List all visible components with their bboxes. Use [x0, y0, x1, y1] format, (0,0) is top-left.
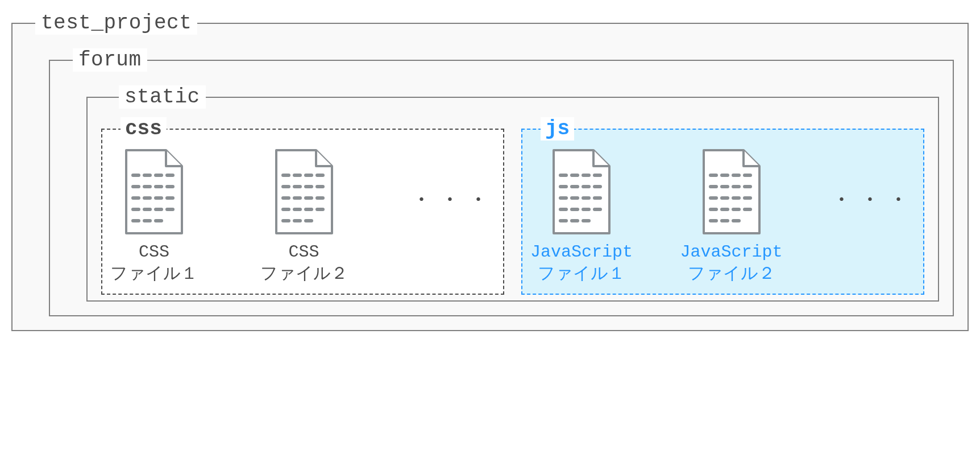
css-folder: css CSS ファイル１	[101, 129, 504, 295]
static-label: static	[119, 85, 206, 109]
file-icon	[680, 147, 783, 238]
file-icon	[530, 147, 633, 238]
js-folder: js JavaScript ファイル１	[521, 129, 924, 295]
file-name-line2: ファイル１	[110, 265, 198, 284]
project-folder: test_project forum static css CSS	[11, 23, 969, 331]
css-file-2: CSS ファイル２	[260, 147, 348, 286]
css-folder-label: css	[121, 117, 167, 141]
forum-label: forum	[73, 48, 147, 72]
file-name-line1: JavaScript	[680, 242, 783, 262]
file-name-line2: ファイル２	[260, 265, 348, 284]
file-icon	[260, 147, 348, 238]
forum-folder: forum static css CSS ファイル１	[49, 60, 954, 316]
js-folder-label: js	[541, 117, 574, 141]
project-label: test_project	[35, 11, 197, 35]
file-name-line1: CSS	[288, 242, 319, 262]
css-ellipsis: ・・・	[410, 184, 495, 249]
js-file-1: JavaScript ファイル１	[530, 147, 633, 286]
static-folder: static css CSS ファイル１	[86, 97, 939, 302]
js-ellipsis: ・・・	[830, 184, 915, 249]
file-name-line1: JavaScript	[530, 242, 633, 262]
file-name-line2: ファイル１	[538, 265, 625, 284]
file-icon	[110, 147, 198, 238]
js-file-2: JavaScript ファイル２	[680, 147, 783, 286]
file-name-line2: ファイル２	[688, 265, 775, 284]
css-file-1: CSS ファイル１	[110, 147, 198, 286]
file-name-line1: CSS	[139, 242, 169, 262]
